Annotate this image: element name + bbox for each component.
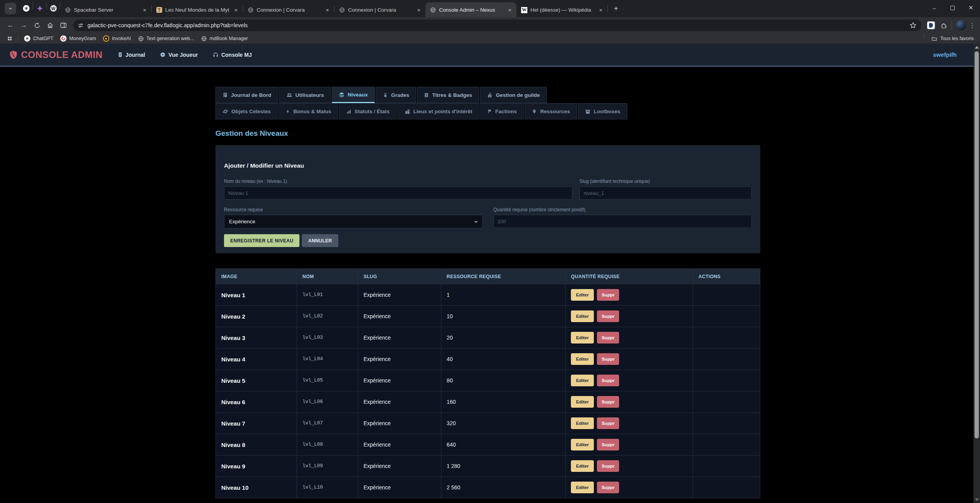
slug-field-label: Slug (identifiant technique unique) [579, 179, 752, 184]
users-icon [286, 92, 292, 98]
pinned-tab-wordpress[interactable]: W [47, 3, 60, 14]
apps-grid-button[interactable] [5, 34, 14, 43]
edit-button[interactable]: Editer [571, 417, 594, 429]
bookmark-text-generation[interactable]: Text generation web... [135, 34, 198, 43]
tab-close-icon[interactable]: × [506, 6, 513, 13]
edit-button[interactable]: Editer [571, 439, 594, 450]
tab-gestion-guilde[interactable]: Gestion de guilde [480, 87, 547, 103]
save-level-button[interactable]: ENREGISTRER LE NIVEAU [224, 234, 299, 247]
delete-button[interactable]: Suppr [597, 396, 619, 408]
page-scrollbar[interactable] [973, 44, 980, 503]
bookmark-mdbook[interactable]: mdBook Manager [198, 34, 252, 43]
bookmark-star-icon[interactable] [910, 22, 917, 29]
browser-menu-button[interactable]: ⋮ [968, 22, 976, 29]
side-panel-button[interactable] [58, 20, 69, 31]
edit-button[interactable]: Editer [571, 482, 594, 493]
edit-button[interactable]: Editer [571, 289, 594, 301]
edit-button[interactable]: Editer [571, 460, 594, 472]
medal-icon [383, 92, 388, 98]
scroll-down-arrow-icon[interactable] [975, 498, 979, 501]
pinned-tab-chatgpt[interactable] [19, 3, 33, 14]
tab-utilisateurs[interactable]: Utilisateurs [279, 87, 331, 103]
level-resource: Expérience [358, 413, 441, 434]
admin-tabs-row1: Journal de Bord Utilisateurs Niveaux Gra… [215, 87, 760, 103]
level-slug-input[interactable] [579, 186, 752, 200]
reload-button[interactable] [32, 20, 42, 31]
tab-statuts-etats[interactable]: Statuts / États [339, 103, 397, 119]
level-slug: lvl_L07 [297, 413, 358, 434]
maximize-button[interactable] [943, 0, 962, 16]
edit-button[interactable]: Editer [571, 353, 594, 365]
delete-button[interactable]: Suppr [597, 439, 619, 450]
tab-search-button[interactable] [5, 3, 16, 14]
col-slug: SLUG [358, 269, 441, 284]
tab-niveaux-active[interactable]: Niveaux [332, 87, 375, 103]
delete-button[interactable]: Suppr [597, 332, 619, 344]
tab-lieux-poi[interactable]: Lieux et points d'intérêt [397, 103, 480, 119]
bookmark-chatgpt[interactable]: ChatGPT [21, 34, 57, 43]
delete-button[interactable]: Suppr [597, 375, 619, 386]
browser-tab[interactable]: Les Neuf Mondes de la Mythol × [152, 3, 243, 17]
all-bookmarks-button[interactable]: Tous les favoris [924, 33, 976, 44]
scroll-up-arrow-icon[interactable] [975, 46, 979, 49]
quantity-input[interactable] [494, 215, 752, 228]
nav-player-view[interactable]: Vue Joueur [160, 52, 198, 58]
tab-close-icon[interactable]: × [233, 7, 240, 14]
tab-close-icon[interactable]: × [415, 7, 422, 14]
new-tab-button[interactable]: + [610, 3, 622, 14]
table-row: Niveau 8 lvl_L08 Expérience 640 EditerSu… [216, 434, 760, 456]
tab-bonus-malus[interactable]: Bonus & Malus [278, 103, 338, 119]
level-quantity: 1 280 [441, 456, 565, 477]
minimize-button[interactable]: – [925, 0, 943, 16]
url-bar[interactable]: galactic-pve-conquest-c7fe.dev.flatlogic… [73, 19, 921, 31]
level-name: Niveau 6 [216, 391, 297, 413]
table-row: Niveau 1 lvl_L01 Expérience 1 EditerSupp… [216, 284, 760, 306]
tab-close-icon[interactable]: × [597, 7, 604, 14]
edit-button[interactable]: Editer [571, 332, 594, 344]
delete-button[interactable]: Suppr [597, 417, 619, 429]
tab-close-icon[interactable]: × [324, 7, 331, 14]
scrollbar-thumb[interactable] [975, 51, 979, 438]
browser-tab[interactable]: Connexion | Corvara × [334, 3, 425, 17]
level-action-buttons: EditerSuppr [565, 434, 693, 456]
nav-journal[interactable]: Journal [117, 52, 145, 58]
forward-button[interactable]: → [18, 20, 29, 31]
delete-button[interactable]: Suppr [597, 353, 619, 365]
browser-tab[interactable]: Spacebar Server × [60, 3, 151, 17]
nav-console-mj[interactable]: Console MJ [213, 52, 252, 58]
maximize-icon [950, 6, 955, 10]
delete-button[interactable]: Suppr [597, 289, 619, 301]
browser-tab[interactable]: W Hel (déesse) — Wikipédia × [516, 3, 607, 17]
edit-button[interactable]: Editer [571, 310, 594, 322]
empty-actions-cell [693, 306, 760, 327]
page-viewport: CONSOLE ADMIN Journal Vue Joueur Console… [0, 44, 980, 503]
browser-tab[interactable]: Connexion | Corvara × [243, 3, 334, 17]
tab-close-icon[interactable]: × [141, 7, 148, 14]
back-button[interactable]: ← [5, 20, 16, 31]
edit-button[interactable]: Editer [571, 375, 594, 386]
home-button[interactable] [45, 20, 56, 31]
globe-icon [430, 7, 436, 13]
delete-button[interactable]: Suppr [597, 482, 619, 493]
pinned-tab-gemini[interactable] [33, 3, 46, 14]
bookmark-invokeai[interactable]: InvokeAI [100, 34, 135, 43]
resource-select[interactable]: Expérience [224, 215, 483, 228]
tab-titres-badges[interactable]: Titres & Badges [417, 87, 479, 103]
tab-objets-celestes[interactable]: Objets Célestes [215, 103, 278, 119]
tab-grades[interactable]: Grades [376, 87, 416, 103]
level-name-input[interactable] [224, 186, 572, 200]
close-window-button[interactable]: ✕ [962, 0, 980, 16]
tab-ressources[interactable]: Ressources [525, 103, 577, 119]
pinned-extension-icon[interactable] [927, 21, 935, 29]
tab-journal-de-bord[interactable]: Journal de Bord [215, 87, 278, 103]
browser-tab-active[interactable]: Console Admin – Nexus × [425, 2, 516, 17]
cancel-button[interactable]: ANNULER [302, 234, 338, 247]
edit-button[interactable]: Editer [571, 396, 594, 408]
profile-avatar[interactable] [956, 20, 966, 30]
tab-factions[interactable]: Factions [480, 103, 524, 119]
delete-button[interactable]: Suppr [597, 310, 619, 322]
extensions-button[interactable] [938, 20, 949, 31]
bookmark-moneygram[interactable]: MoneyGram [57, 34, 100, 43]
delete-button[interactable]: Suppr [597, 460, 619, 472]
tab-lootboxes[interactable]: Lootboxes [578, 103, 627, 119]
